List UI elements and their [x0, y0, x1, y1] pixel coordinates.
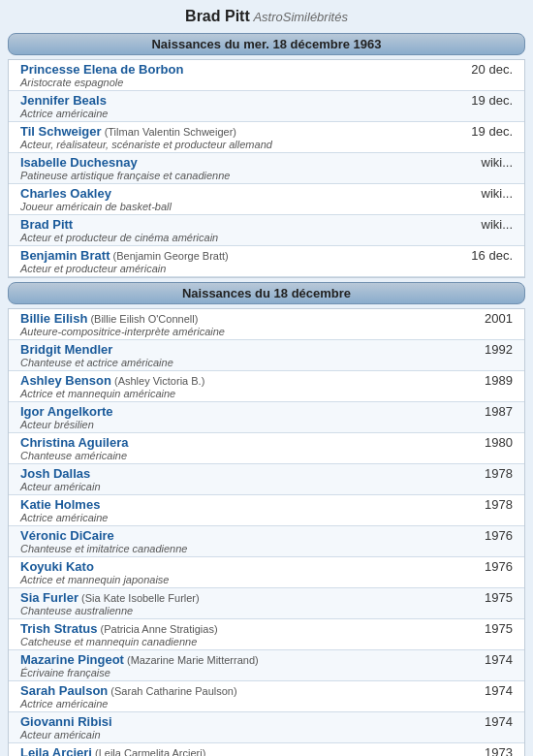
person-info: Jennifer BealsActrice américaine	[20, 93, 459, 119]
person-name[interactable]: Mazarine Pingeot (Mazarine Marie Mitterr…	[20, 652, 259, 667]
table-row: Brad PittActeur et producteur de cinéma …	[9, 215, 524, 246]
table-row: Sarah Paulson (Sarah Catharine Paulson)A…	[9, 681, 524, 712]
person-info: Koyuki KatoActrice et mannequin japonais…	[20, 559, 459, 585]
person-year: 1974	[459, 652, 513, 667]
person-desc: Acteur et producteur américain	[20, 263, 452, 274]
person-name[interactable]: Christina Aguilera	[20, 435, 128, 450]
person-name[interactable]: Sarah Paulson (Sarah Catharine Paulson)	[20, 683, 237, 698]
person-fullname: (Sia Kate Isobelle Furler)	[78, 592, 200, 604]
table-row: Véronic DiCaireChanteuse et imitatrice c…	[9, 526, 524, 557]
person-fullname: (Ashley Victoria B.)	[111, 375, 204, 387]
person-year: 1974	[459, 683, 513, 698]
person-year: 2001	[459, 311, 513, 326]
person-desc: Auteure-compositrice-interprète américai…	[20, 326, 452, 337]
person-info: Bridgit MendlerChanteuse et actrice amér…	[20, 342, 459, 368]
person-desc: Acteur brésilien	[20, 419, 452, 430]
person-name[interactable]: Igor Angelkorte	[20, 404, 113, 419]
person-name[interactable]: Koyuki Kato	[20, 559, 94, 574]
person-name[interactable]: Brad Pitt	[20, 217, 73, 232]
person-info: Til Schweiger (Tilman Valentin Schweiger…	[20, 124, 459, 150]
person-name[interactable]: Benjamin Bratt (Benjamin George Bratt)	[20, 248, 229, 263]
table-row: Igor AngelkorteActeur brésilien1987	[9, 402, 524, 433]
person-name[interactable]: Katie Holmes	[20, 497, 100, 512]
person-desc: Acteur américain	[20, 729, 452, 740]
table-row: Ashley Benson (Ashley Victoria B.)Actric…	[9, 371, 524, 402]
person-year: 16 dec.	[459, 248, 513, 263]
table-row: Benjamin Bratt (Benjamin George Bratt)Ac…	[9, 246, 524, 277]
person-fullname: (Billie Eilish O'Connell)	[87, 313, 198, 325]
person-info: Sia Furler (Sia Kate Isobelle Furler)Cha…	[20, 590, 459, 616]
person-info: Mazarine Pingeot (Mazarine Marie Mitterr…	[20, 652, 459, 678]
person-year: 1989	[459, 373, 513, 388]
person-desc: Joueur américain de basket-ball	[20, 201, 452, 212]
section-header-section-birth-date: Naissances du mer. 18 décembre 1963	[8, 33, 525, 55]
person-info: Igor AngelkorteActeur brésilien	[20, 404, 459, 430]
person-year: 1978	[459, 466, 513, 481]
person-year: 19 dec.	[459, 124, 513, 139]
person-desc: Actrice américaine	[20, 512, 452, 523]
person-fullname: (Sarah Catharine Paulson)	[108, 685, 236, 697]
person-name[interactable]: Leila Arcieri (Leila Carmelita Arcieri)	[20, 745, 205, 756]
person-info: Christina AguileraChanteuse américaine	[20, 435, 459, 461]
person-year: 1987	[459, 404, 513, 419]
person-year: 19 dec.	[459, 93, 513, 108]
person-name[interactable]: Til Schweiger (Tilman Valentin Schweiger…	[20, 124, 236, 139]
person-info: Brad PittActeur et producteur de cinéma …	[20, 217, 459, 243]
person-fullname: (Leila Carmelita Arcieri)	[92, 747, 205, 756]
person-info: Katie HolmesActrice américaine	[20, 497, 459, 523]
people-list-section-dec18: Billie Eilish (Billie Eilish O'Connell)A…	[8, 308, 525, 756]
person-desc: Chanteuse et actrice américaine	[20, 357, 452, 368]
person-name[interactable]: Ashley Benson (Ashley Victoria B.)	[20, 373, 204, 388]
table-row: Isabelle DuchesnayPatineuse artistique f…	[9, 153, 524, 184]
header-app: AstroSimilébrités	[253, 10, 348, 24]
table-row: Christina AguileraChanteuse américaine19…	[9, 433, 524, 464]
table-row: Josh DallasActeur américain1978	[9, 464, 524, 495]
person-year: 1974	[459, 714, 513, 729]
person-desc: Actrice et mannequin américaine	[20, 388, 452, 399]
person-year: 1976	[459, 559, 513, 574]
person-desc: Acteur, réalisateur, scénariste et produ…	[20, 139, 452, 150]
person-desc: Écrivaine française	[20, 667, 452, 678]
table-row: Katie HolmesActrice américaine1978	[9, 495, 524, 526]
person-name[interactable]: Billie Eilish (Billie Eilish O'Connell)	[20, 311, 198, 326]
person-name[interactable]: Trish Stratus (Patricia Anne Stratigias)	[20, 621, 218, 636]
person-name[interactable]: Josh Dallas	[20, 466, 90, 481]
people-list-section-birth-date: Princesse Elena de BorbonAristocrate esp…	[8, 59, 525, 278]
person-info: Véronic DiCaireChanteuse et imitatrice c…	[20, 528, 459, 554]
person-year: wiki...	[459, 217, 513, 232]
person-name[interactable]: Princesse Elena de Borbon	[20, 62, 183, 77]
page-wrapper: Brad Pitt AstroSimilébrités Naissances d…	[0, 0, 533, 756]
person-fullname: (Patricia Anne Stratigias)	[97, 623, 217, 635]
table-row: Bridgit MendlerChanteuse et actrice amér…	[9, 340, 524, 371]
person-year: wiki...	[459, 155, 513, 170]
person-name[interactable]: Jennifer Beals	[20, 93, 107, 108]
person-name[interactable]: Giovanni Ribisi	[20, 714, 112, 729]
person-fullname: (Mazarine Marie Mitterrand)	[124, 654, 259, 666]
person-year: 1975	[459, 621, 513, 636]
section-header-section-dec18: Naissances du 18 décembre	[8, 282, 525, 304]
person-name[interactable]: Sia Furler (Sia Kate Isobelle Furler)	[20, 590, 200, 605]
person-desc: Actrice et mannequin japonaise	[20, 574, 452, 585]
table-row: Sia Furler (Sia Kate Isobelle Furler)Cha…	[9, 588, 524, 619]
person-desc: Catcheuse et mannequin canadienne	[20, 636, 452, 647]
person-name[interactable]: Isabelle Duchesnay	[20, 155, 138, 170]
person-name[interactable]: Véronic DiCaire	[20, 528, 114, 543]
table-row: Til Schweiger (Tilman Valentin Schweiger…	[9, 122, 524, 153]
person-desc: Chanteuse et imitatrice canadienne	[20, 543, 452, 554]
header-name: Brad Pitt	[185, 8, 250, 24]
person-year: 1976	[459, 528, 513, 543]
person-info: Sarah Paulson (Sarah Catharine Paulson)A…	[20, 683, 459, 709]
person-info: Giovanni RibisiActeur américain	[20, 714, 459, 740]
person-year: 1975	[459, 590, 513, 605]
person-name[interactable]: Bridgit Mendler	[20, 342, 112, 357]
table-row: Billie Eilish (Billie Eilish O'Connell)A…	[9, 309, 524, 340]
person-year: 1978	[459, 497, 513, 512]
page-header: Brad Pitt AstroSimilébrités	[0, 0, 533, 29]
person-desc: Patineuse artistique française et canadi…	[20, 170, 452, 181]
person-name[interactable]: Charles Oakley	[20, 186, 111, 201]
person-info: Benjamin Bratt (Benjamin George Bratt)Ac…	[20, 248, 459, 274]
person-desc: Chanteuse australienne	[20, 605, 452, 616]
person-info: Isabelle DuchesnayPatineuse artistique f…	[20, 155, 459, 181]
person-fullname: (Tilman Valentin Schweiger)	[102, 126, 236, 138]
person-info: Ashley Benson (Ashley Victoria B.)Actric…	[20, 373, 459, 399]
